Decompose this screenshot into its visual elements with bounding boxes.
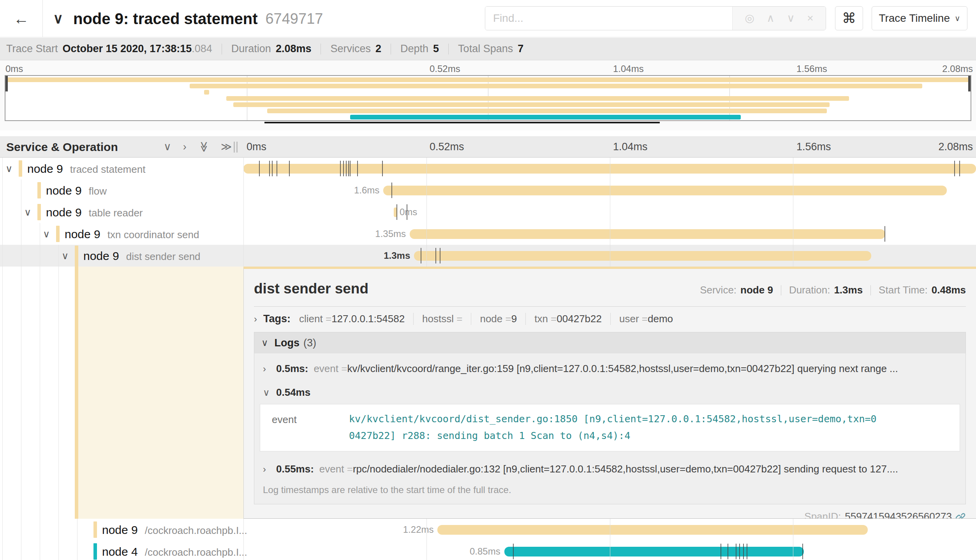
- span-timeline-cell[interactable]: 0.85ms: [243, 541, 976, 560]
- log-entry[interactable]: › 0.5ms: event kv/kvclient/kvcoord/range…: [254, 353, 965, 375]
- log-marker-tick: [259, 161, 260, 176]
- span-row[interactable]: node 9/cockroach.roachpb.I...1.22ms: [0, 519, 976, 541]
- collapse-trace-chevron-icon[interactable]: ∨: [53, 0, 63, 37]
- span-timeline-cell[interactable]: 0ms: [243, 201, 976, 223]
- expand-one-icon[interactable]: ›: [183, 142, 187, 152]
- span-duration-bar[interactable]: [243, 164, 976, 174]
- log-marker-tick: [357, 161, 358, 176]
- log-marker-tick: [736, 544, 736, 559]
- span-timeline-cell[interactable]: 1.6ms: [243, 179, 976, 201]
- back-button[interactable]: ←: [0, 0, 43, 37]
- minimap-right-scrubber[interactable]: [968, 76, 971, 91]
- log-marker-tick: [391, 183, 392, 198]
- trace-stats-bar: Trace StartOctober 15 2020, 17:38:15.084…: [0, 38, 976, 60]
- selected-span-color-strip: [75, 267, 78, 519]
- logs-header[interactable]: ∨ Logs (3): [254, 332, 965, 353]
- minimap-span-bar: [5, 77, 971, 82]
- span-row[interactable]: node 9flow1.6ms: [0, 179, 976, 201]
- span-duration-bar[interactable]: [437, 525, 867, 535]
- tag-value: 9: [511, 313, 517, 325]
- log-marker-tick: [743, 544, 744, 559]
- span-timeline-cell[interactable]: 1.35ms: [243, 223, 976, 245]
- log-marker-tick: [739, 544, 740, 559]
- span-duration-bar[interactable]: [410, 229, 885, 239]
- span-color-bar: [75, 246, 78, 267]
- span-color-bar: [37, 204, 41, 220]
- logs-label: Logs: [275, 337, 300, 349]
- tree-guide-line: [40, 541, 40, 560]
- collapse-chevron-icon[interactable]: ∨: [62, 245, 69, 267]
- span-operation-name: /cockroach.roachpb.I...: [145, 525, 247, 537]
- span-color-bar: [56, 226, 60, 242]
- span-duration-bar[interactable]: [383, 186, 946, 195]
- page-title: node 9: traced statement6749717: [73, 0, 323, 37]
- span-row[interactable]: ∨node 9txn coordinator send1.35ms: [0, 223, 976, 245]
- collapse-chevron-icon[interactable]: ∨: [43, 223, 50, 245]
- logs-count: (3): [303, 337, 316, 349]
- collapse-one-icon[interactable]: ∨: [164, 142, 171, 152]
- minimap-left-scrubber[interactable]: [5, 76, 8, 91]
- next-match-icon[interactable]: ∨: [787, 13, 795, 24]
- tree-guide-line: [21, 223, 21, 245]
- span-timeline-cell[interactable]: 1.22ms: [243, 519, 976, 541]
- span-row[interactable]: ∨node 9traced statement: [0, 158, 976, 179]
- tag-item[interactable]: client127.0.0.1:54582: [299, 313, 414, 325]
- span-detail-panel: dist sender send Service: node 9 Duratio…: [243, 267, 976, 519]
- span-name: node 9flow: [46, 179, 107, 201]
- span-rows-bottom: node 9/cockroach.roachpb.I...1.22msnode …: [0, 519, 976, 560]
- log-entry-expanded[interactable]: ∨ 0.54ms: [254, 375, 965, 398]
- minimap-scroll-indicator[interactable]: [264, 122, 660, 123]
- view-selector-button[interactable]: Trace Timeline ∨: [872, 6, 967, 30]
- span-row[interactable]: ∨node 9dist sender send1.3ms: [0, 245, 976, 267]
- tag-item[interactable]: hostssl: [414, 313, 471, 325]
- top-header: ← ∨ node 9: traced statement6749717 ◎∧∨×…: [0, 0, 976, 37]
- span-service-name: node 9: [27, 162, 63, 176]
- prev-match-icon[interactable]: ∧: [766, 13, 775, 24]
- tree-guide-line: [21, 179, 21, 201]
- span-row[interactable]: ∨node 9table reader0ms: [0, 201, 976, 223]
- column-resize-grip-icon[interactable]: [234, 142, 239, 153]
- stats-label: Depth: [400, 43, 428, 55]
- tree-guide-line: [21, 541, 21, 560]
- selected-span-left-column: [0, 267, 243, 519]
- expand-all-icon[interactable]: ≫: [221, 142, 232, 152]
- start-time-value: 0.48ms: [932, 284, 966, 296]
- minimap-canvas[interactable]: [5, 75, 971, 121]
- log-entry[interactable]: › 0.55ms: event rpc/nodedialer/nodediale…: [254, 451, 965, 475]
- duration-value: 1.3ms: [834, 284, 863, 296]
- keyboard-shortcuts-button[interactable]: ⌘: [835, 6, 863, 30]
- minimap-axis-tick-label: 0ms: [5, 63, 23, 74]
- tags-accordion[interactable]: › Tags: client127.0.0.1:54582hostsslnode…: [254, 313, 966, 325]
- match-highlight-icon[interactable]: ◎: [745, 13, 754, 24]
- collapse-chevron-icon[interactable]: ∨: [24, 201, 31, 223]
- collapse-chevron-icon[interactable]: ∨: [5, 158, 12, 179]
- link-icon[interactable]: [956, 512, 966, 519]
- collapse-all-icon[interactable]: ≫: [198, 141, 209, 152]
- span-timeline-cell[interactable]: 1.3ms: [243, 245, 976, 267]
- tag-item[interactable]: userdemo: [611, 313, 682, 325]
- span-duration-bar[interactable]: [414, 251, 871, 261]
- trace-minimap: 0ms0.52ms1.04ms1.56ms2.08ms: [0, 60, 976, 130]
- span-duration-bar[interactable]: [504, 547, 804, 556]
- span-timeline-cell[interactable]: [243, 158, 976, 179]
- chevron-down-icon: ∨: [955, 14, 960, 23]
- log-marker-tick: [407, 204, 407, 220]
- tag-key: txn: [534, 313, 557, 325]
- tag-item[interactable]: node9: [471, 313, 526, 325]
- span-name: node 4/cockroach.roachpb.I...: [102, 541, 247, 560]
- span-service-name: node 4: [102, 545, 138, 558]
- stats-value: 2.08ms: [276, 43, 312, 55]
- logs-body: › 0.5ms: event kv/kvclient/kvcoord/range…: [254, 353, 965, 504]
- log-marker-tick: [289, 161, 290, 176]
- tag-value: 00427b22: [557, 313, 602, 325]
- log-marker-tick: [721, 544, 721, 559]
- span-row[interactable]: node 4/cockroach.roachpb.I...0.85ms: [0, 541, 976, 560]
- find-input[interactable]: [485, 7, 732, 30]
- timeline-axis-tick-label: 0.52ms: [430, 136, 464, 158]
- chevron-down-icon: ∨: [261, 337, 268, 348]
- tree-guide-line: [2, 201, 3, 223]
- tag-item[interactable]: txn00427b22: [526, 313, 611, 325]
- stats-value-fraction: .084: [192, 43, 212, 54]
- trace-id: 6749717: [265, 11, 323, 27]
- clear-find-icon[interactable]: ×: [807, 13, 813, 24]
